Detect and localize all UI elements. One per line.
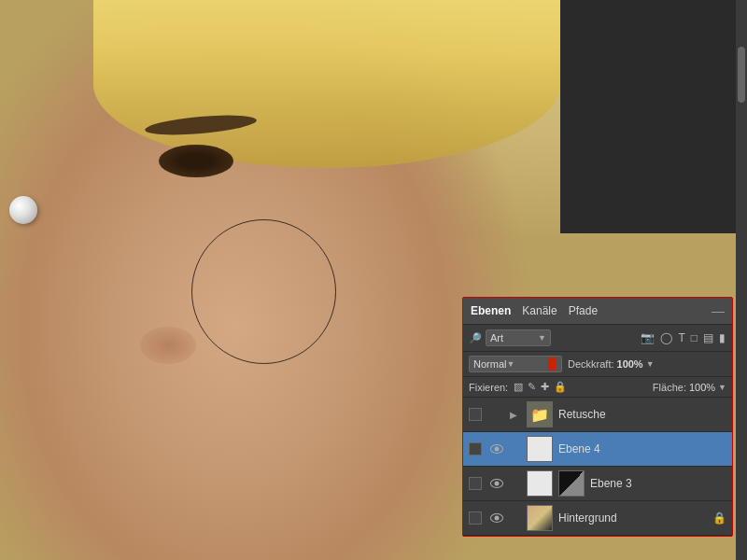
layer-retusche[interactable]: ▶ 📁 Retusche [463,398,732,432]
tab-kanaele[interactable]: Kanäle [522,302,557,319]
layer-ebene4-visibility[interactable] [489,441,504,456]
lock-row: Fixieren: ▧ ✎ ✚ 🔒 Fläche: 100% ▼ [463,377,732,398]
layer-ebene4-checkbox[interactable] [469,442,482,455]
opacity-value[interactable]: 100% [617,358,643,370]
blend-opacity-row: Normal ▼ Deckkraft: 100% ▼ [463,352,732,377]
panel-menu-icon[interactable]: — [712,303,725,318]
opacity-arrow-icon: ▼ [646,359,655,369]
fill-arrow-icon: ▼ [718,383,726,392]
filter-icon-toggle[interactable]: ▮ [718,330,726,345]
folder-icon: 📁 [530,406,549,424]
filter-icon-text[interactable]: T [677,330,685,345]
layer-ebene3-checkbox[interactable] [469,477,482,490]
blend-mode-value: Normal [473,358,506,370]
opacity-control: Deckkraft: 100% ▼ [568,358,655,370]
layer-hintergrund-checkbox[interactable] [469,511,482,525]
earring [9,196,37,224]
filter-value: Art [490,332,503,343]
filter-icon-adjust[interactable]: ◯ [659,330,673,345]
filter-icon-fx[interactable]: ▤ [702,330,714,345]
layer-ebene3-thumbnail [527,470,553,497]
scrollbar-thumb[interactable] [738,47,745,103]
lock-paint-icon[interactable]: ✎ [528,381,536,393]
eye-icon-ebene4 [490,444,503,454]
panel-header: Ebenen Kanäle Pfade — [463,298,732,325]
layer-ebene4[interactable]: Ebene 4 [463,432,732,467]
layer-ebene4-name: Ebene 4 [558,442,726,455]
layers-panel: Ebenen Kanäle Pfade — 🔎 Art ▼ 📷 ◯ T □ ▤ … [462,297,733,537]
eye-icon-ebene3 [490,479,503,488]
layer-retusche-name: Retusche [558,408,726,421]
fill-value[interactable]: 100% [689,382,715,393]
tab-ebenen[interactable]: Ebenen [471,302,511,319]
filter-select-container[interactable]: Art ▼ [486,329,551,346]
filter-icon-image[interactable]: 📷 [640,330,655,345]
filter-icons: 📷 ◯ T □ ▤ ▮ [640,330,726,345]
eye-icon-hintergrund [490,513,503,523]
scrollbar[interactable] [736,0,747,560]
blend-arrow-icon: ▼ [506,359,514,369]
fill-label: Fläche: [653,382,686,393]
blend-indicator [548,357,556,371]
filter-icon-shape[interactable]: □ [690,330,698,345]
layer-hintergrund-lock-icon: 🔒 [712,511,726,525]
lock-transparent-icon[interactable]: ▧ [514,381,523,393]
layer-hintergrund-thumbnail [527,505,553,531]
tab-pfade[interactable]: Pfade [569,302,598,319]
layer-ebene3-visibility[interactable] [489,476,504,491]
eye [159,145,233,177]
fill-control: Fläche: 100% ▼ [653,382,726,393]
hair [93,0,560,168]
filter-arrow-icon: ▼ [538,333,546,343]
lock-label: Fixieren: [469,382,508,393]
opacity-label: Deckkraft: [568,358,614,370]
layer-hintergrund-visibility[interactable] [489,511,504,525]
layer-retusche-expand-icon[interactable]: ▶ [510,410,521,420]
layer-ebene4-thumbnail [527,436,553,462]
layer-ebene3[interactable]: Ebene 3 [463,467,732,501]
lock-all-icon[interactable]: 🔒 [554,381,567,393]
dark-background [560,0,747,233]
lock-icons: ▧ ✎ ✚ 🔒 [514,381,567,393]
filter-label: 🔎 [469,332,482,344]
layer-ebene3-name: Ebene 3 [590,477,726,490]
filter-row: 🔎 Art ▼ 📷 ◯ T □ ▤ ▮ [463,325,732,352]
blend-mode-select[interactable]: Normal ▼ [469,356,562,372]
layer-hintergrund-name: Hintergrund [558,511,707,525]
nose [140,327,196,364]
layer-ebene3-mask-thumbnail [558,470,585,497]
lock-position-icon[interactable]: ✚ [541,381,549,393]
layer-retusche-checkbox[interactable] [469,408,482,421]
layer-retusche-thumbnail: 📁 [527,401,553,427]
layer-retusche-visibility[interactable] [489,407,504,422]
layer-hintergrund[interactable]: Hintergrund 🔒 [463,501,732,536]
